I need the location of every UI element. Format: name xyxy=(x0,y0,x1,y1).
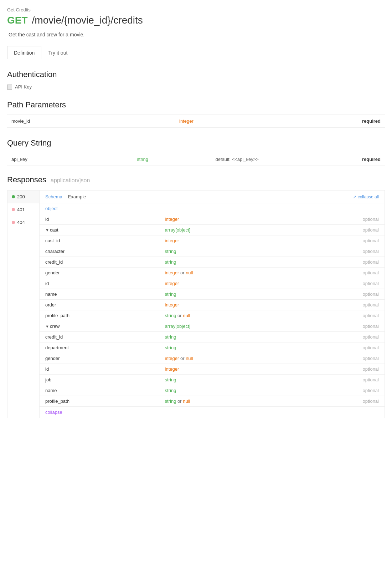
param-type: integer xyxy=(175,115,280,128)
field-job: job xyxy=(40,375,159,385)
response-code-200[interactable]: 200 xyxy=(7,191,39,203)
field-crew-gender: gender xyxy=(40,353,159,364)
table-row: id integer optional xyxy=(40,364,385,375)
field-order-type: integer xyxy=(159,300,292,310)
responses-header: Responses application/json xyxy=(7,169,385,184)
tab-definition[interactable]: Definition xyxy=(7,46,41,59)
field-crew-id: id xyxy=(40,364,159,375)
field-credit-id: credit_id xyxy=(40,257,159,268)
schema-panel: Schema Example ↗ collapse all object id xyxy=(40,191,385,418)
field-cast-type: array[object] xyxy=(159,225,292,235)
table-row: credit_id string optional xyxy=(40,257,385,268)
field-cast: ▼cast xyxy=(40,225,159,235)
field-cast-optional: optional xyxy=(292,225,385,235)
code-200-label: 200 xyxy=(17,194,25,199)
field-credit-id-type: string xyxy=(159,257,292,268)
endpoint-title: GET /movie/{movie_id}/credits xyxy=(7,15,385,26)
field-department-type: string xyxy=(159,342,292,353)
param-default: default: <<api_key>> xyxy=(211,153,325,166)
responses-format: application/json xyxy=(51,177,90,184)
field-gender: gender xyxy=(40,268,159,278)
authentication-title: Authentication xyxy=(7,70,385,79)
table-row: credit_id string optional xyxy=(40,332,385,342)
field-crew-gender-optional: optional xyxy=(292,353,385,364)
schema-tabs: Schema Example ↗ collapse all xyxy=(40,191,385,203)
field-crew-id-optional: optional xyxy=(292,364,385,375)
field-id-type: integer xyxy=(159,214,292,225)
breadcrumb: Get Credits xyxy=(7,7,385,12)
arrow-icon: ▼ xyxy=(45,324,49,329)
field-crew-id-type: integer xyxy=(159,364,292,375)
description: Get the cast and crew for a movie. xyxy=(7,32,385,37)
param-required: required xyxy=(305,115,385,128)
table-row: ▼cast array[object] optional xyxy=(40,225,385,235)
endpoint-path: /movie/{movie_id}/credits xyxy=(32,15,143,26)
field-cast-id2-type: integer xyxy=(159,278,292,289)
path-params-table: movie_id integer required xyxy=(7,115,385,128)
param-name: api_key xyxy=(7,153,133,166)
field-profile-path-type: string or null xyxy=(159,310,292,321)
response-layout: 200 401 404 Schema Example ↗ collapse al… xyxy=(7,190,385,418)
response-code-404[interactable]: 404 xyxy=(7,216,39,229)
collapse-link[interactable]: collapse xyxy=(40,407,68,418)
field-cast-name-optional: optional xyxy=(292,289,385,300)
field-job-optional: optional xyxy=(292,375,385,385)
status-dot-200 xyxy=(12,195,15,198)
arrow-icon: ▼ xyxy=(45,228,49,232)
table-row: movie_id integer required xyxy=(7,115,385,128)
tab-example[interactable]: Example xyxy=(68,194,86,199)
tab-try-it-out[interactable]: Try it out xyxy=(41,46,74,59)
param-required: required xyxy=(325,153,385,166)
field-crew-optional: optional xyxy=(292,321,385,332)
field-crew-name-optional: optional xyxy=(292,385,385,396)
field-cast-id-optional: optional xyxy=(292,235,385,246)
field-crew-profile-path-type: string or null xyxy=(159,396,292,407)
tabs-bar: Definition Try it out xyxy=(7,46,385,59)
tab-schema[interactable]: Schema xyxy=(45,194,62,199)
table-row: id integer optional xyxy=(40,214,385,225)
table-row: id integer optional xyxy=(40,278,385,289)
field-crew-type: array[object] xyxy=(159,321,292,332)
collapse-icon: ↗ xyxy=(353,194,356,199)
param-name: movie_id xyxy=(7,115,175,128)
field-crew-name-type: string xyxy=(159,385,292,396)
field-job-type: string xyxy=(159,375,292,385)
query-params-table: api_key string default: <<api_key>> requ… xyxy=(7,153,385,166)
table-row: name string optional xyxy=(40,385,385,396)
field-profile-path: profile_path xyxy=(40,310,159,321)
code-401-label: 401 xyxy=(17,207,25,212)
code-404-label: 404 xyxy=(17,220,25,225)
table-row: character string optional xyxy=(40,246,385,257)
schema-table: object id integer optional ▼cast array[o… xyxy=(40,203,385,407)
field-gender-optional: optional xyxy=(292,268,385,278)
collapse-all-button[interactable]: ↗ collapse all xyxy=(353,194,379,199)
response-code-401[interactable]: 401 xyxy=(7,203,39,216)
field-gender-type: integer or null xyxy=(159,268,292,278)
field-crew-profile-path: profile_path xyxy=(40,396,159,407)
field-crew-credit-id-optional: optional xyxy=(292,332,385,342)
field-crew-gender-type: integer or null xyxy=(159,353,292,364)
query-string-title: Query String xyxy=(7,138,385,148)
field-id: id xyxy=(40,214,159,225)
field-cast-id2: id xyxy=(40,278,159,289)
field-character-optional: optional xyxy=(292,246,385,257)
field-character-type: string xyxy=(159,246,292,257)
api-key-label: API Key xyxy=(15,84,32,90)
schema-tab-group: Schema Example xyxy=(45,194,86,199)
field-crew-name: name xyxy=(40,385,159,396)
path-parameters-title: Path Parameters xyxy=(7,100,385,110)
field-character: character xyxy=(40,246,159,257)
method-badge: GET xyxy=(7,15,28,26)
table-row: gender integer or null optional xyxy=(40,268,385,278)
field-id-optional: optional xyxy=(292,214,385,225)
table-row: profile_path string or null optional xyxy=(40,396,385,407)
table-row: gender integer or null optional xyxy=(40,353,385,364)
collapse-all-label: collapse all xyxy=(358,194,379,199)
field-order-optional: optional xyxy=(292,300,385,310)
field-department-optional: optional xyxy=(292,342,385,353)
object-type: object xyxy=(40,203,385,214)
field-profile-path-optional: optional xyxy=(292,310,385,321)
field-credit-id-optional: optional xyxy=(292,257,385,268)
field-order: order xyxy=(40,300,159,310)
api-key-checkbox[interactable] xyxy=(7,85,12,90)
